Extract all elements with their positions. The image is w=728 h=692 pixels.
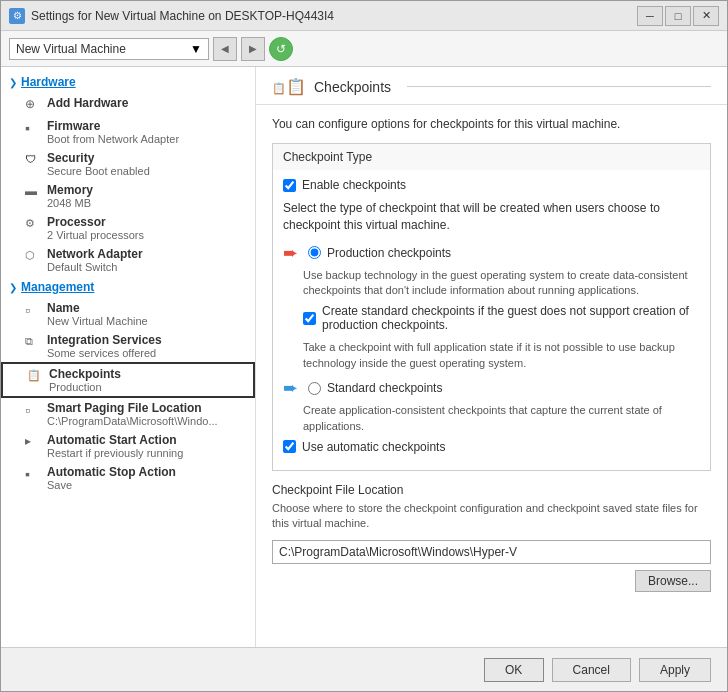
auto-checkpoints-checkbox[interactable] bbox=[283, 440, 296, 453]
network-sublabel: Default Switch bbox=[47, 261, 247, 273]
main-content: ❯ Hardware Add Hardware Firmware Boot fr… bbox=[1, 67, 727, 647]
production-radio-row: ➨ Production checkpoints bbox=[283, 242, 700, 264]
autostop-sublabel: Save bbox=[47, 479, 247, 491]
right-panel: 📋 Checkpoints You can configure options … bbox=[256, 67, 727, 647]
integration-sublabel: Some services offered bbox=[47, 347, 247, 359]
browse-button[interactable]: Browse... bbox=[635, 570, 711, 592]
standard-radio-row: ➨ Standard checkpoints bbox=[283, 377, 700, 399]
checkpoint-type-body: Enable checkpoints Select the type of ch… bbox=[273, 170, 710, 470]
standard-radio-section: ➨ Standard checkpoints Create applicatio… bbox=[283, 377, 700, 434]
apply-button[interactable]: Apply bbox=[639, 658, 711, 682]
management-expand-icon: ❯ bbox=[9, 282, 17, 293]
add-hardware-label: Add Hardware bbox=[47, 96, 247, 110]
production-radio-button[interactable] bbox=[308, 246, 321, 259]
firmware-sublabel: Boot from Network Adapter bbox=[47, 133, 247, 145]
title-bar: ⚙ Settings for New Virtual Machine on DE… bbox=[1, 1, 727, 31]
close-button[interactable]: ✕ bbox=[693, 6, 719, 26]
panel-title: Checkpoints bbox=[314, 79, 391, 95]
sidebar: ❯ Hardware Add Hardware Firmware Boot fr… bbox=[1, 67, 256, 647]
standard-radio-label[interactable]: Standard checkpoints bbox=[327, 381, 442, 395]
paging-label: Smart Paging File Location bbox=[47, 401, 247, 415]
enable-checkpoints-row: Enable checkpoints bbox=[283, 178, 700, 192]
autostop-icon bbox=[25, 466, 41, 482]
location-title: Checkpoint File Location bbox=[272, 483, 711, 497]
refresh-button[interactable]: ↺ bbox=[269, 37, 293, 61]
window-title: Settings for New Virtual Machine on DESK… bbox=[31, 9, 334, 23]
panel-divider bbox=[407, 86, 711, 87]
sidebar-item-security[interactable]: Security Secure Boot enabled bbox=[1, 148, 255, 180]
create-standard-label[interactable]: Create standard checkpoints if the guest… bbox=[322, 304, 700, 332]
sidebar-item-firmware[interactable]: Firmware Boot from Network Adapter bbox=[1, 116, 255, 148]
integration-icon bbox=[25, 334, 41, 350]
sidebar-item-paging[interactable]: Smart Paging File Location C:\ProgramDat… bbox=[1, 398, 255, 430]
back-button[interactable]: ◀ bbox=[213, 37, 237, 61]
security-label: Security bbox=[47, 151, 247, 165]
autostart-label: Automatic Start Action bbox=[47, 433, 247, 447]
production-arrow-icon: ➨ bbox=[283, 242, 298, 264]
production-desc3: Take a checkpoint with full application … bbox=[303, 340, 700, 371]
paging-icon bbox=[25, 402, 41, 418]
standard-radio-button[interactable] bbox=[308, 382, 321, 395]
auto-checkpoints-row: Use automatic checkpoints bbox=[283, 440, 700, 454]
forward-button[interactable]: ▶ bbox=[241, 37, 265, 61]
processor-sublabel: 2 Virtual processors bbox=[47, 229, 247, 241]
checkpoint-type-title: Checkpoint Type bbox=[273, 144, 710, 170]
toolbar: New Virtual Machine ▼ ◀ ▶ ↺ bbox=[1, 31, 727, 67]
minimize-button[interactable]: ─ bbox=[637, 6, 663, 26]
checkpoints-label: Checkpoints bbox=[49, 367, 245, 381]
chevron-down-icon: ▼ bbox=[190, 42, 202, 56]
checkpoints-sublabel: Production bbox=[49, 381, 245, 393]
autostart-icon bbox=[25, 434, 41, 450]
sidebar-item-add-hardware[interactable]: Add Hardware bbox=[1, 93, 255, 116]
panel-description: You can configure options for checkpoint… bbox=[272, 117, 711, 131]
expand-icon: ❯ bbox=[9, 77, 17, 88]
integration-label: Integration Services bbox=[47, 333, 247, 347]
location-section: Checkpoint File Location Choose where to… bbox=[272, 483, 711, 592]
memory-sublabel: 2048 MB bbox=[47, 197, 247, 209]
title-controls: ─ □ ✕ bbox=[637, 6, 719, 26]
security-icon bbox=[25, 152, 41, 168]
sidebar-item-network[interactable]: Network Adapter Default Switch bbox=[1, 244, 255, 276]
title-bar-left: ⚙ Settings for New Virtual Machine on DE… bbox=[9, 8, 334, 24]
sidebar-item-memory[interactable]: Memory 2048 MB bbox=[1, 180, 255, 212]
paging-sublabel: C:\ProgramData\Microsoft\Windo... bbox=[47, 415, 247, 427]
location-desc: Choose where to store the checkpoint con… bbox=[272, 501, 711, 532]
hardware-section-title: Hardware bbox=[21, 75, 76, 89]
browse-row: Browse... bbox=[272, 570, 711, 592]
network-label: Network Adapter bbox=[47, 247, 247, 261]
standard-arrow-icon: ➨ bbox=[283, 377, 298, 399]
add-hardware-icon bbox=[25, 97, 41, 113]
sidebar-item-integration[interactable]: Integration Services Some services offer… bbox=[1, 330, 255, 362]
network-icon bbox=[25, 248, 41, 264]
location-path-input[interactable] bbox=[272, 540, 711, 564]
create-standard-checkbox[interactable] bbox=[303, 312, 316, 325]
sidebar-item-checkpoints[interactable]: Checkpoints Production bbox=[1, 362, 255, 398]
footer: OK Cancel Apply bbox=[1, 647, 727, 691]
cancel-button[interactable]: Cancel bbox=[552, 658, 631, 682]
sidebar-item-name[interactable]: Name New Virtual Machine bbox=[1, 298, 255, 330]
standard-desc: Create application-consistent checkpoint… bbox=[303, 403, 700, 434]
enable-checkpoints-label[interactable]: Enable checkpoints bbox=[302, 178, 406, 192]
sidebar-item-autostop[interactable]: Automatic Stop Action Save bbox=[1, 462, 255, 494]
sidebar-item-autostart[interactable]: Automatic Start Action Restart if previo… bbox=[1, 430, 255, 462]
processor-icon bbox=[25, 216, 41, 232]
management-section-header[interactable]: ❯ Management bbox=[1, 276, 255, 298]
enable-checkpoints-checkbox[interactable] bbox=[283, 179, 296, 192]
vm-selector[interactable]: New Virtual Machine ▼ bbox=[9, 38, 209, 60]
name-label: Name bbox=[47, 301, 247, 315]
name-sublabel: New Virtual Machine bbox=[47, 315, 247, 327]
name-icon bbox=[25, 302, 41, 318]
select-type-desc: Select the type of checkpoint that will … bbox=[283, 200, 700, 234]
auto-checkpoints-label[interactable]: Use automatic checkpoints bbox=[302, 440, 445, 454]
autostart-sublabel: Restart if previously running bbox=[47, 447, 247, 459]
window-icon: ⚙ bbox=[9, 8, 25, 24]
firmware-label: Firmware bbox=[47, 119, 247, 133]
production-radio-label[interactable]: Production checkpoints bbox=[327, 246, 451, 260]
hardware-section-header[interactable]: ❯ Hardware bbox=[1, 71, 255, 93]
sidebar-item-processor[interactable]: Processor 2 Virtual processors bbox=[1, 212, 255, 244]
production-desc2-row: Create standard checkpoints if the guest… bbox=[303, 304, 700, 332]
main-window: ⚙ Settings for New Virtual Machine on DE… bbox=[0, 0, 728, 692]
panel-checkpoints-icon: 📋 bbox=[272, 77, 306, 96]
maximize-button[interactable]: □ bbox=[665, 6, 691, 26]
ok-button[interactable]: OK bbox=[484, 658, 544, 682]
